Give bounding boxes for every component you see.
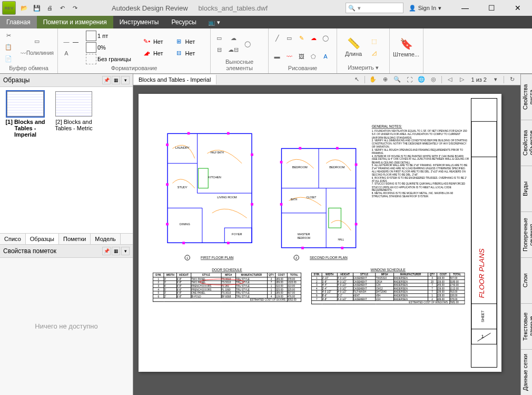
draw-rect-icon[interactable]: ▭ [284,33,294,43]
panel-pin-icon[interactable]: 📌 [102,76,111,84]
svg-text:BEDROOM: BEDROOM [298,237,310,239]
pan-icon[interactable]: ✋ [368,75,378,84]
redo-icon[interactable]: ↷ [70,3,80,13]
minimize-button[interactable]: — [457,4,473,12]
measure-area-icon[interactable]: ⬚ [369,36,379,46]
rotate-icon[interactable]: ↻ [507,75,517,84]
orbit-icon[interactable]: 🌐 [416,75,427,84]
thumbnail-label: [2] Blocks and Tables - Metric [53,119,95,131]
draw-rectfill-icon[interactable]: ▬ [272,51,282,62]
print-icon[interactable]: 🖨 [44,3,55,13]
svg-rect-42 [280,203,283,206]
select-icon[interactable]: ▭ [19,36,55,47]
font-icon[interactable]: A [61,48,72,59]
svg-rect-40 [329,208,341,228]
draw-text-icon[interactable]: A [320,51,331,62]
copy-icon[interactable]: 📋 [3,42,14,53]
sign-in-button[interactable]: 👤 Sign In ▾ [409,5,441,12]
table-row: 12'-10"4'-0 1/2"CASEMENTTW25310ANDERSEN3… [311,276,465,280]
panel-pin-icon[interactable]: 📌 [102,247,111,255]
door-schedule-table: DOOR SCHEDULE SYM.WIDTHHEIGHTSTYLEMFG#MA… [153,268,301,312]
thumbnail-item[interactable]: [1] Blocks and Tables - Imperial [4,91,46,138]
cursor-icon[interactable]: ↖ [351,75,362,84]
stamp-button[interactable]: 🔖 Штемпе... [393,37,419,57]
linestyle-icon[interactable]: ― [61,36,72,47]
undo-icon[interactable]: ↶ [57,3,67,13]
lefttab-thumbs[interactable]: Образцы [26,234,59,244]
draw-image-icon[interactable]: 🖼 [296,51,307,62]
tab-tv[interactable]: 📺 ▾ [205,16,223,28]
search-input[interactable]: 🔍 ▾ [346,3,403,13]
app-logo[interactable]: REV [2,1,16,15]
polyline-icon[interactable]: 〰 Полилиния [19,48,55,59]
draw-cloud-icon[interactable]: ☁ [308,33,319,43]
binoculars-icon: 🔍 [348,5,356,12]
fit-icon[interactable]: ◎ [428,75,439,84]
linecolor-icon[interactable]: ✎▪ [142,36,152,47]
callout-rect-icon[interactable]: ▭ [214,33,224,44]
cut-icon[interactable]: ✂ [3,31,14,41]
righttab-textdata[interactable]: Текстовые данные [521,303,532,349]
zoom-extents-icon[interactable]: ⛶ [404,75,415,84]
open-icon[interactable]: 📂 [19,3,29,13]
draw-line-icon[interactable]: ╱ [272,33,282,43]
righttab-griddata[interactable]: Данные сетки [521,349,532,395]
paste-icon[interactable]: 📄 [3,54,14,64]
righttab-sections[interactable]: Поперечные сечения [521,211,532,257]
panel-grid-icon[interactable]: ▦ [112,247,120,255]
lefttab-markups[interactable]: Пометки [59,234,91,244]
svg-text:FOYER: FOYER [232,233,242,236]
tab-resources[interactable]: Ресурсы [165,16,202,28]
lineweight-swatch[interactable] [86,31,96,41]
border-swatch[interactable] [86,54,96,64]
svg-rect-44 [355,223,358,226]
callout-text-icon[interactable]: ⊟ [214,45,224,55]
search-dropdown-icon[interactable]: ▾ [358,5,361,12]
panel-grid-icon[interactable]: ▦ [112,76,120,84]
righttab-layers[interactable]: Слои [521,257,532,303]
save-icon[interactable]: 💾 [32,3,42,13]
righttab-sheet-props[interactable]: Свойства листа [521,74,532,120]
fillcolor-icon[interactable]: ◢▪ [142,48,152,59]
callout-cloud-icon[interactable]: ☁ [226,33,240,44]
maximize-button[interactable]: ☐ [484,4,499,12]
draw-highlight-icon[interactable]: ✎ [296,33,307,43]
close-button[interactable]: ✕ [510,4,526,12]
table-row: 54'-5 1/2"4'-0 1/2"TILT-WASHDHT2040ANDER… [311,290,465,294]
document-tab[interactable]: Blocks and Tables - Imperial [133,75,216,84]
callout-cloudtext-icon[interactable]: ☁⊟ [226,45,240,55]
svg-rect-43 [355,163,358,166]
zoom-window-icon[interactable]: ⊕ [380,75,390,84]
textcolor-icon[interactable]: ⊞ [174,36,184,47]
draw-ellipse-icon[interactable]: ◯ [320,33,331,43]
righttab-object-props[interactable]: Свойства объектов [521,120,532,166]
group-measure-label[interactable]: Измерить ▾ [340,64,386,72]
prev-page-icon[interactable]: ◁ [445,75,455,84]
panel-menu-icon[interactable]: ▾ [121,247,130,255]
tab-home[interactable]: Главная [0,16,37,28]
draw-poly-icon[interactable]: ⬠ [308,51,319,62]
draw-freehand-icon[interactable]: 〰 [284,51,294,62]
page-dropdown-icon[interactable]: ▾ [490,75,501,84]
lefttab-list[interactable]: Списо [0,234,26,244]
measure-angle-icon[interactable]: ◿ [369,47,379,58]
thumbnail-item[interactable]: [2] Blocks and Tables - Metric [53,91,95,131]
lefttab-model[interactable]: Модель [91,234,120,244]
tab-tools[interactable]: Инструменты [113,16,165,28]
svg-rect-16 [166,143,169,146]
callout-oval-icon[interactable]: ◯ [242,39,253,50]
panel-menu-icon[interactable]: ▾ [121,76,130,84]
group-draw-label: Рисование [272,65,333,72]
textfill-icon[interactable]: ⊟ [174,48,184,59]
righttab-views[interactable]: Виды [521,166,532,211]
svg-text:BATH: BATH [291,198,297,201]
title-bar: REV 📂 💾 🖨 ↶ ↷ Autodesk Design Review blo… [0,0,532,16]
svg-text:SECOND FLOOR PLAN: SECOND FLOOR PLAN [310,256,348,259]
measure-length-button[interactable]: 📏 Длина [340,37,367,57]
opacity-swatch[interactable] [86,42,96,53]
quick-access-toolbar: 📂 💾 🖨 ↶ ↷ [19,3,80,13]
zoom-icon[interactable]: 🔍 [392,75,402,84]
canvas[interactable]: FLOOR PLANS SHEET 1 [133,85,520,395]
next-page-icon[interactable]: ▷ [457,75,467,84]
tab-markup[interactable]: Пометки и измерения [37,16,113,28]
